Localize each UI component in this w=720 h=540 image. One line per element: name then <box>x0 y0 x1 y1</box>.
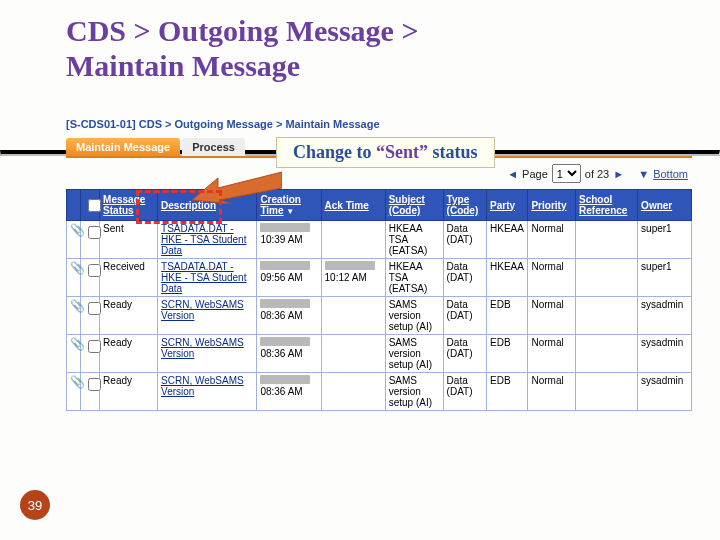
pager-page-select[interactable]: 1 <box>552 164 581 183</box>
th-subject[interactable]: Subject (Code) <box>385 190 443 221</box>
attachment-icon[interactable]: 📎 <box>67 259 81 297</box>
cell-type: Data (DAT) <box>443 221 486 259</box>
th-ack-time[interactable]: Ack Time <box>321 190 385 221</box>
cell-type: Data (DAT) <box>443 373 486 411</box>
row-checkbox-cell <box>81 335 100 373</box>
cell-status: Ready <box>100 335 158 373</box>
cell-description[interactable]: SCRN, WebSAMS Version <box>158 297 257 335</box>
row-checkbox-cell <box>81 297 100 335</box>
th-owner[interactable]: Owner <box>638 190 692 221</box>
cell-owner: sysadmin <box>638 373 692 411</box>
cell-school-ref <box>576 373 638 411</box>
th-description[interactable]: Description <box>158 190 257 221</box>
row-checkbox-cell <box>81 259 100 297</box>
cell-owner: super1 <box>638 221 692 259</box>
slide-title: CDS > Outgoing Message > Maintain Messag… <box>0 0 720 89</box>
cell-party: EDB <box>487 335 528 373</box>
title-line-1: CDS > Outgoing Message > <box>66 14 419 47</box>
cell-party: EDB <box>487 373 528 411</box>
cell-subject: SAMS version setup (AI) <box>385 335 443 373</box>
app-area: [S-CDS01-01] CDS > Outgoing Message > Ma… <box>66 118 692 411</box>
cell-party: HKEAA <box>487 259 528 297</box>
cell-description[interactable]: TSADATA.DAT - HKE - TSA Student Data <box>158 259 257 297</box>
select-all-checkbox[interactable] <box>88 199 101 212</box>
pager-bottom-link[interactable]: Bottom <box>653 168 688 180</box>
row-checkbox-cell <box>81 221 100 259</box>
cell-school-ref <box>576 297 638 335</box>
cell-type: Data (DAT) <box>443 259 486 297</box>
table-header-row: Message Status Description Creation Time… <box>67 190 692 221</box>
message-table: Message Status Description Creation Time… <box>66 189 692 411</box>
attachment-icon[interactable]: 📎 <box>67 373 81 411</box>
cell-status: Ready <box>100 297 158 335</box>
cell-owner: sysadmin <box>638 335 692 373</box>
cell-owner: sysadmin <box>638 297 692 335</box>
attachment-icon[interactable]: 📎 <box>67 335 81 373</box>
cell-creation-time: 08:36 AM <box>257 373 321 411</box>
pager-prev-icon[interactable]: ◄ <box>507 168 518 180</box>
cell-priority: Normal <box>528 221 576 259</box>
cell-ack-time <box>321 221 385 259</box>
th-attachment <box>67 190 81 221</box>
th-school-ref[interactable]: School Reference <box>576 190 638 221</box>
row-checkbox[interactable] <box>88 378 101 391</box>
table-row: 📎ReadySCRN, WebSAMS Version08:36 AMSAMS … <box>67 373 692 411</box>
th-checkbox <box>81 190 100 221</box>
row-checkbox[interactable] <box>88 340 101 353</box>
breadcrumb: [S-CDS01-01] CDS > Outgoing Message > Ma… <box>66 118 692 130</box>
cell-creation-time: 10:39 AM <box>257 221 321 259</box>
callout-change-status: Change to “Sent” status <box>276 137 495 168</box>
table-row: 📎SentTSADATA.DAT - HKE - TSA Student Dat… <box>67 221 692 259</box>
cell-priority: Normal <box>528 335 576 373</box>
cell-description[interactable]: TSADATA.DAT - HKE - TSA Student Data <box>158 221 257 259</box>
cell-school-ref <box>576 259 638 297</box>
cell-priority: Normal <box>528 297 576 335</box>
cell-school-ref <box>576 335 638 373</box>
pager-page-label: Page <box>522 168 548 180</box>
cell-subject: HKEAA TSA (EATSA) <box>385 221 443 259</box>
cell-description[interactable]: SCRN, WebSAMS Version <box>158 335 257 373</box>
row-checkbox-cell <box>81 373 100 411</box>
cell-status: Received <box>100 259 158 297</box>
cell-school-ref <box>576 221 638 259</box>
cell-ack-time <box>321 297 385 335</box>
pager-bottom-icon[interactable]: ▼ <box>638 168 649 180</box>
row-checkbox[interactable] <box>88 264 101 277</box>
cell-subject: SAMS version setup (AI) <box>385 297 443 335</box>
cell-ack-time <box>321 335 385 373</box>
table-row: 📎ReadySCRN, WebSAMS Version08:36 AMSAMS … <box>67 335 692 373</box>
table-row: 📎ReceivedTSADATA.DAT - HKE - TSA Student… <box>67 259 692 297</box>
cell-party: EDB <box>487 297 528 335</box>
cell-subject: SAMS version setup (AI) <box>385 373 443 411</box>
cell-ack-time <box>321 373 385 411</box>
th-priority[interactable]: Priority <box>528 190 576 221</box>
cell-ack-time: 10:12 AM <box>321 259 385 297</box>
cell-creation-time: 09:56 AM <box>257 259 321 297</box>
th-creation-time[interactable]: Creation Time ▼ <box>257 190 321 221</box>
cell-type: Data (DAT) <box>443 335 486 373</box>
tab-maintain-message[interactable]: Maintain Message <box>66 138 180 156</box>
cell-creation-time: 08:36 AM <box>257 297 321 335</box>
cell-description[interactable]: SCRN, WebSAMS Version <box>158 373 257 411</box>
th-party[interactable]: Party <box>487 190 528 221</box>
cell-priority: Normal <box>528 373 576 411</box>
row-checkbox[interactable] <box>88 302 101 315</box>
th-type[interactable]: Type (Code) <box>443 190 486 221</box>
attachment-icon[interactable]: 📎 <box>67 221 81 259</box>
slide-page-number: 39 <box>20 490 50 520</box>
cell-type: Data (DAT) <box>443 297 486 335</box>
table-row: 📎ReadySCRN, WebSAMS Version08:36 AMSAMS … <box>67 297 692 335</box>
cell-priority: Normal <box>528 259 576 297</box>
cell-status: Ready <box>100 373 158 411</box>
pager-next-icon[interactable]: ► <box>613 168 624 180</box>
th-status[interactable]: Message Status <box>100 190 158 221</box>
cell-creation-time: 08:36 AM <box>257 335 321 373</box>
cell-subject: HKEAA TSA (EATSA) <box>385 259 443 297</box>
attachment-icon[interactable]: 📎 <box>67 297 81 335</box>
title-line-2: Maintain Message <box>66 49 300 82</box>
pager-of-label: of 23 <box>585 168 609 180</box>
cell-owner: super1 <box>638 259 692 297</box>
tab-process[interactable]: Process <box>182 138 245 156</box>
cell-party: HKEAA <box>487 221 528 259</box>
row-checkbox[interactable] <box>88 226 101 239</box>
